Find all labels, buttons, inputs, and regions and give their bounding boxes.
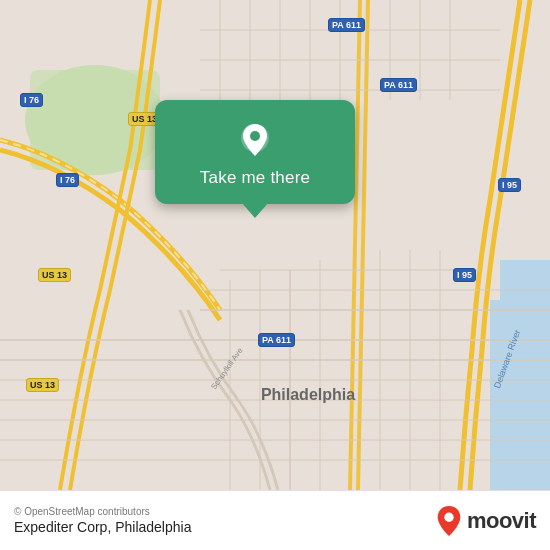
attribution-text: © OpenStreetMap contributors (14, 506, 191, 517)
place-name: Expediter Corp, Philadelphia (14, 519, 191, 535)
moovit-logo: moovit (435, 505, 536, 537)
take-me-there-popup[interactable]: Take me there (155, 100, 355, 204)
svg-point-40 (250, 131, 260, 141)
road-badge-us13-2: US 13 (38, 268, 71, 282)
road-badge-pa611-2: PA 611 (380, 78, 417, 92)
svg-text:Philadelphia: Philadelphia (261, 386, 355, 403)
map-container: Philadelphia Delaware River Schuylkill A… (0, 0, 550, 490)
location-pin-icon (235, 120, 275, 160)
popup-label: Take me there (200, 168, 310, 188)
road-badge-i95-1: I 95 (453, 268, 476, 282)
road-badge-i76-2: I 76 (56, 173, 79, 187)
moovit-label: moovit (467, 508, 536, 534)
moovit-pin-icon (435, 505, 463, 537)
road-badge-i95-2: I 95 (498, 178, 521, 192)
road-badge-us13-3: US 13 (26, 378, 59, 392)
place-info: © OpenStreetMap contributors Expediter C… (14, 506, 191, 535)
map-svg: Philadelphia Delaware River Schuylkill A… (0, 0, 550, 490)
road-badge-pa611-3: PA 611 (258, 333, 295, 347)
bottom-bar: © OpenStreetMap contributors Expediter C… (0, 490, 550, 550)
svg-rect-4 (490, 300, 550, 490)
road-badge-pa611-1: PA 611 (328, 18, 365, 32)
svg-point-41 (444, 512, 453, 521)
road-badge-i76-1: I 76 (20, 93, 43, 107)
